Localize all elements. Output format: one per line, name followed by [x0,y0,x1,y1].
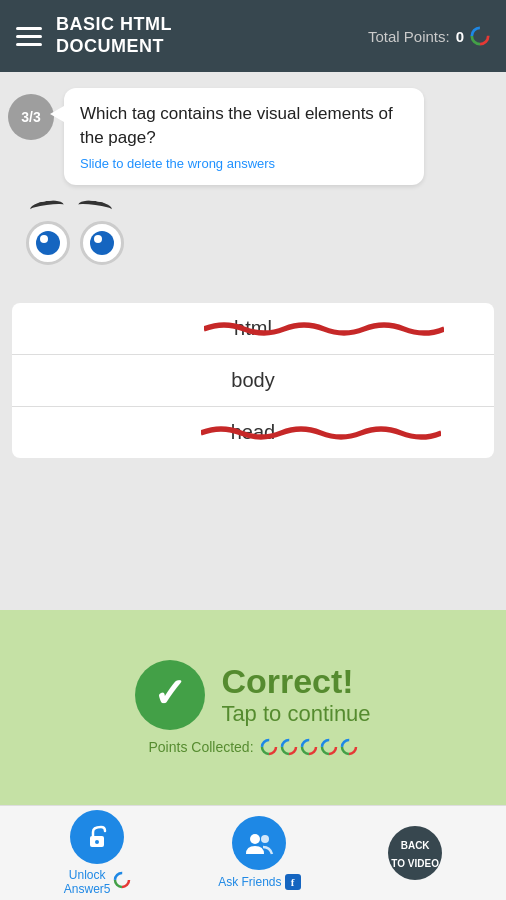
pupil-left [36,231,60,255]
answer-head[interactable]: head [12,407,494,458]
spinner-icon [470,26,490,46]
character-section [0,193,506,303]
facebook-icon: f [285,874,301,890]
svg-point-19 [95,840,99,844]
answer-head-text: head [231,421,276,444]
checkmark-symbol: ✓ [153,673,187,713]
bottom-bar: UnlockAnswer5 Ask Friends f [0,805,506,900]
header-right: Total Points: 0 [368,26,490,46]
correct-row: ✓ Correct! Tap to continue [135,660,370,730]
speech-section: 3/3 Which tag contains the visual elemen… [0,72,506,193]
points-collected-label: Points Collected: [148,739,253,755]
correct-text-col: Correct! Tap to continue [221,662,370,727]
svg-point-23 [250,834,260,844]
header-left: BASIC HTML DOCUMENT [16,14,172,57]
eye-right [80,221,124,265]
squiggle-html [204,318,444,338]
character-face [16,193,146,303]
answer-body-text: body [231,369,274,391]
svg-point-24 [261,835,269,843]
answers-section: html body head [0,303,506,458]
speech-bubble: Which tag contains the visual elements o… [64,88,424,185]
points-spinner-1 [260,738,278,756]
eye-left [26,221,70,265]
back-to-video-label: BACKTO VIDEO [391,840,439,869]
unlock-icon-circle [70,810,124,864]
answer-body[interactable]: body [12,355,494,407]
squiggle-head2 [201,424,441,444]
squiggle-head [201,422,441,442]
points-label: Total Points: [368,28,450,45]
question-counter: 3/3 [8,94,54,140]
ask-friends-label: Ask Friends [218,875,281,889]
ask-friends-icon [244,828,274,858]
header: BASIC HTML DOCUMENT Total Points: 0 [0,0,506,72]
spinner-multi [260,738,358,756]
squiggle-html2 [204,320,444,340]
points-row: Points Collected: [148,738,357,756]
question-hint: Slide to delete the wrong answers [80,156,408,171]
tap-continue: Tap to continue [221,701,370,727]
checkmark-circle: ✓ [135,660,205,730]
unlock-spinner [113,871,131,889]
correct-label: Correct! [221,662,353,701]
correct-banner[interactable]: ✓ Correct! Tap to continue Points Collec… [0,610,506,805]
points-spinner-2 [280,738,298,756]
main-content: 3/3 Which tag contains the visual elemen… [0,72,506,805]
ask-friends-button[interactable]: Ask Friends f [218,816,300,890]
answer-html[interactable]: html [12,303,494,355]
points-spinner-3 [300,738,318,756]
points-value: 0 [456,28,464,45]
pupil-right [90,231,114,255]
ask-friends-icon-circle [232,816,286,870]
unlock-label: UnlockAnswer5 [64,868,111,897]
points-spinner-5 [340,738,358,756]
points-spinner-4 [320,738,338,756]
question-text: Which tag contains the visual elements o… [80,102,408,150]
answer-html-text: html [234,317,272,340]
unlock-button[interactable]: UnlockAnswer5 [64,810,131,897]
app-title: BASIC HTML DOCUMENT [56,14,172,57]
back-to-video-button[interactable]: BACKTO VIDEO [388,826,442,880]
back-to-video-circle: BACKTO VIDEO [388,826,442,880]
unlock-icon [83,823,111,851]
eyebrow-left [29,198,64,215]
menu-button[interactable] [16,27,42,46]
eyebrow-right [77,198,112,215]
